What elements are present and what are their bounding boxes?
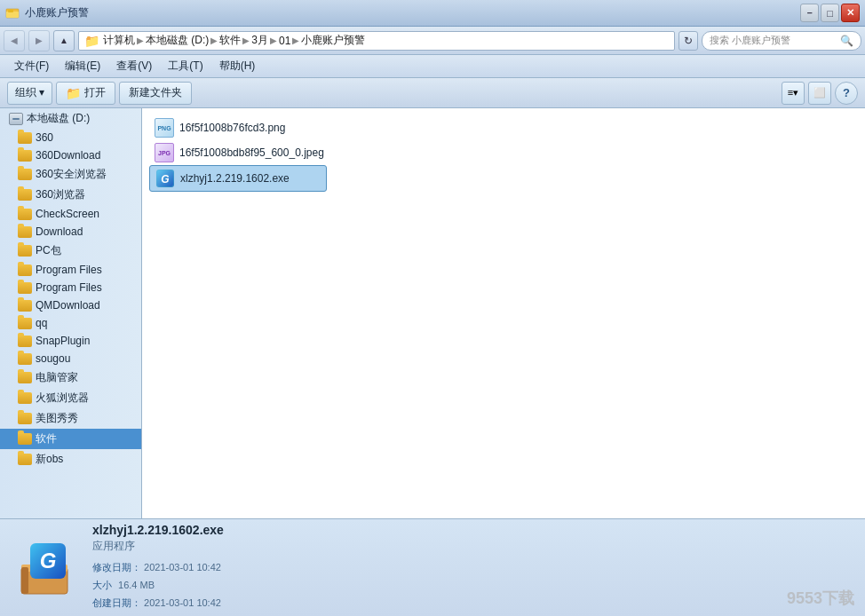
file-item-png[interactable]: PNG 16f5f1008b76fcd3.png	[149, 115, 327, 140]
minimize-button[interactable]: －	[800, 4, 819, 22]
refresh-button[interactable]: ↻	[679, 31, 698, 51]
menu-view[interactable]: 查看(V)	[109, 57, 159, 75]
preview-filename: xlzhyj1.2.219.1602.exe	[92, 523, 851, 537]
modified-label: 修改日期：	[92, 562, 141, 573]
organize-button[interactable]: 组织 ▾	[7, 82, 52, 105]
help-icon: ?	[843, 86, 850, 99]
exe-file-icon: G	[155, 169, 175, 188]
bc-2: 本地磁盘 (D:)	[146, 33, 209, 48]
content-area: PNG 16f5f1008b76fcd3.png JPG 16f5f1008bd…	[142, 108, 865, 518]
sidebar-item-qq[interactable]: qq	[0, 314, 141, 332]
drive-label: 本地磁盘 (D:)	[27, 111, 90, 126]
folder-label: Program Files	[36, 281, 102, 294]
menu-file[interactable]: 文件(F)	[7, 57, 56, 75]
menu-edit[interactable]: 编辑(E)	[58, 57, 107, 75]
back-button[interactable]: ◀	[4, 30, 25, 51]
folder-label: CheckScreen	[36, 208, 99, 220]
preview-type: 应用程序	[92, 539, 851, 554]
toolbar-right: ≡▾ ⬜ ?	[782, 82, 858, 105]
sidebar-item-checkscreen[interactable]: CheckScreen	[0, 205, 141, 223]
title-bar-left: 小鹿账户预警	[5, 5, 89, 20]
window-icon	[5, 6, 20, 20]
sidebar-item-software[interactable]: 软件	[0, 429, 141, 449]
bc-4: 3月	[251, 33, 268, 48]
file-name-exe: xlzhyj1.2.219.1602.exe	[180, 172, 290, 185]
png-file-icon: PNG	[155, 118, 174, 138]
help-button[interactable]: ?	[835, 82, 858, 105]
folder-icon	[18, 169, 32, 180]
sidebar-item-firefox[interactable]: 火狐浏览器	[0, 388, 141, 408]
new-folder-label: 新建文件夹	[129, 85, 182, 100]
created-label: 创建日期：	[92, 597, 141, 608]
open-icon: 📁	[66, 86, 81, 100]
new-folder-button[interactable]: 新建文件夹	[119, 82, 192, 105]
file-item-exe[interactable]: G xlzhyj1.2.219.1602.exe	[149, 165, 327, 192]
maximize-button[interactable]: □	[821, 4, 839, 22]
sidebar-item-pcbag[interactable]: PC包	[0, 241, 141, 261]
folder-label: QMDownload	[36, 299, 100, 312]
open-label: 打开	[84, 85, 106, 100]
folder-label: 软件	[36, 431, 57, 446]
sidebar-item-360browser[interactable]: 360安全浏览器	[0, 164, 141, 185]
sidebar-item-360browser2[interactable]: 360浏览器	[0, 185, 141, 205]
sidebar-item-download[interactable]: Download	[0, 223, 141, 241]
folder-label: 火狐浏览器	[36, 391, 89, 406]
pane-icon: ⬜	[813, 87, 826, 99]
open-button[interactable]: 📁 打开	[56, 82, 115, 105]
folder-icon	[18, 336, 32, 347]
sep3: ▶	[242, 36, 250, 45]
folder-icon	[18, 150, 32, 162]
folder-icon	[18, 433, 32, 445]
folder-label: SnapPlugin	[36, 335, 90, 347]
up-button[interactable]: ▲	[53, 30, 75, 51]
folder-icon	[18, 209, 32, 220]
sidebar-item-snapplugin[interactable]: SnapPlugin	[0, 332, 141, 350]
folder-icon	[18, 245, 32, 257]
folder-icon	[18, 392, 32, 404]
bc-6: 小鹿账户预警	[301, 33, 365, 48]
folder-icon	[18, 265, 32, 276]
pane-button[interactable]: ⬜	[808, 82, 831, 105]
menu-help[interactable]: 帮助(H)	[212, 57, 263, 75]
file-item-jpeg[interactable]: JPG 16f5f1008bdb8f95_600_0.jpeg	[149, 140, 329, 165]
sidebar-item-programfiles2[interactable]: Program Files	[0, 279, 141, 296]
folder-icon	[18, 226, 32, 238]
sidebar-item-pcmanager[interactable]: 电脑管家	[0, 367, 141, 388]
sidebar-item-meitu[interactable]: 美图秀秀	[0, 408, 141, 429]
title-text: 小鹿账户预警	[25, 5, 89, 20]
view-toggle-button[interactable]: ≡▾	[782, 82, 805, 105]
sidebar-item-drive[interactable]: 本地磁盘 (D:)	[0, 108, 141, 129]
forward-button[interactable]: ▶	[28, 30, 50, 51]
size-value: 16.4 MB	[118, 580, 155, 590]
sidebar-item-360[interactable]: 360	[0, 129, 141, 146]
menu-bar: 文件(F) 编辑(E) 查看(V) 工具(T) 帮助(H)	[0, 55, 865, 78]
svg-rect-2	[8, 10, 13, 12]
folder-label: qq	[36, 317, 47, 329]
folder-icon	[18, 372, 32, 383]
sidebar-item-programfiles[interactable]: Program Files	[0, 261, 141, 279]
bc-1: 计算机	[103, 33, 135, 48]
address-field[interactable]: 📁 计算机 ▶ 本地磁盘 (D:) ▶ 软件 ▶ 3月 ▶ 01 ▶ 小鹿账户预…	[78, 31, 675, 51]
bc-3: 软件	[219, 33, 241, 48]
search-box[interactable]: 搜索 小鹿账户预警 🔍	[702, 31, 861, 51]
exe-icon-inner: G	[156, 170, 174, 187]
sidebar-item-qmdownload[interactable]: QMDownload	[0, 296, 141, 314]
menu-tools[interactable]: 工具(T)	[161, 57, 210, 75]
sidebar-item-360download[interactable]: 360Download	[0, 146, 141, 164]
title-bar: 小鹿账户预警 － □ ✕	[0, 0, 865, 27]
folder-label: 360安全浏览器	[36, 167, 107, 182]
address-folder-icon: 📁	[84, 34, 99, 48]
close-button[interactable]: ✕	[841, 4, 860, 22]
status-area: G xlzhyj1.2.219.1602.exe 应用程序 修改日期： 2021…	[0, 518, 865, 616]
preview-modified: 修改日期： 2021-03-01 10:42	[92, 559, 851, 577]
folder-icon	[18, 454, 32, 465]
sidebar: 本地磁盘 (D:) 360 360Download 360安全浏览器 360浏览…	[0, 108, 142, 518]
sep4: ▶	[270, 36, 277, 45]
preview-details: 修改日期： 2021-03-01 10:42 大小 16.4 MB 创建日期： …	[92, 559, 851, 612]
drive-icon	[9, 113, 23, 125]
svg-rect-7	[21, 567, 28, 594]
folder-label: 电脑管家	[36, 370, 78, 385]
sidebar-item-newobs[interactable]: 新obs	[0, 449, 141, 470]
folder-label: PC包	[36, 243, 61, 258]
sidebar-item-sougou[interactable]: sougou	[0, 350, 141, 367]
